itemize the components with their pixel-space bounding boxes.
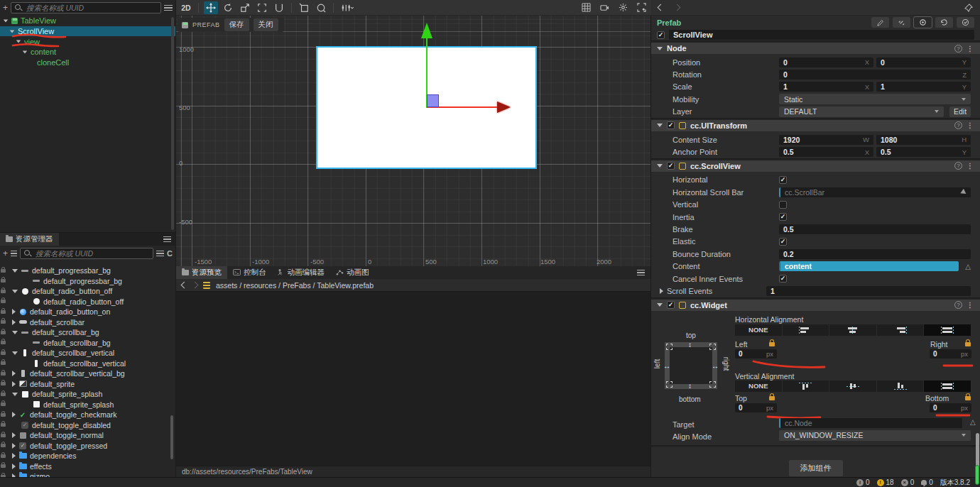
collapse-icon[interactable] xyxy=(4,19,8,22)
expand-icon[interactable] xyxy=(660,288,663,294)
scrollview-section-header[interactable]: cc.ScrollView ?⋮ xyxy=(651,160,980,173)
inertia-checkbox[interactable] xyxy=(779,213,787,221)
section-menu-icon[interactable]: ⋮ xyxy=(967,121,974,129)
tab-动画编辑器[interactable]: 动画编辑器 xyxy=(272,266,331,279)
asset-item-default_scrollbar_bg[interactable]: default_scrollbar_bg xyxy=(0,338,175,349)
asset-item-default_sprite_splash[interactable]: default_sprite_splash xyxy=(0,400,175,410)
asset-item-default_sprite[interactable]: default_sprite xyxy=(0,379,175,390)
expand-icon[interactable] xyxy=(12,432,16,438)
tree-node-scrollview[interactable]: ScrollView xyxy=(0,26,175,37)
scale-y-field[interactable]: 1Y xyxy=(876,82,971,92)
collapse-icon[interactable] xyxy=(12,393,18,396)
move-tool-button[interactable] xyxy=(204,1,218,14)
rotation-z-field[interactable]: 0Z xyxy=(779,70,971,80)
content-size-h-field[interactable]: 1080H xyxy=(876,135,971,145)
hierarchy-scrollbar[interactable] xyxy=(171,17,174,230)
asset-item-default_scrollbar_bg[interactable]: default_scrollbar_bg xyxy=(0,327,175,338)
expand-icon[interactable] xyxy=(12,412,16,417)
bottom-offset-field[interactable]: 0px xyxy=(930,403,971,412)
create-node-icon[interactable]: + xyxy=(3,3,8,13)
help-icon[interactable]: ? xyxy=(954,162,962,170)
assets-panel-menu-icon[interactable] xyxy=(163,236,171,242)
prefab-save-button[interactable]: 保存 xyxy=(224,18,249,31)
elastic-checkbox[interactable] xyxy=(779,238,787,246)
help-icon[interactable]: ? xyxy=(954,301,962,309)
expand-icon[interactable] xyxy=(12,309,16,314)
rect-tool-button[interactable] xyxy=(255,1,269,14)
collapse-icon[interactable] xyxy=(23,50,27,53)
layer-dropdown[interactable]: DEFAULT xyxy=(779,106,944,117)
refresh-icon[interactable]: C xyxy=(167,249,173,258)
asset-item-default_scrollbar_vertical_bg[interactable]: default_scrollbar_vertical_bg xyxy=(0,368,175,379)
mobility-dropdown[interactable]: Static xyxy=(779,94,971,104)
anchor-x-field[interactable]: 0.5X xyxy=(779,147,873,157)
tab-动画图[interactable]: 动画图 xyxy=(330,266,375,279)
align-h-left-button[interactable] xyxy=(783,324,829,336)
coordinate-toggle-button[interactable] xyxy=(314,1,328,14)
ui-gizmo-tool-button[interactable] xyxy=(272,1,286,14)
widget-enabled-checkbox[interactable] xyxy=(667,301,675,309)
node-section-header[interactable]: Node ? ⋮ xyxy=(651,43,980,55)
asset-item-default_scrollbar[interactable]: default_scrollbar xyxy=(0,317,175,328)
asset-item-default_radio_button_off[interactable]: default_radio_button_off xyxy=(0,286,175,297)
gizmo-xy-plane-handle[interactable] xyxy=(427,94,439,107)
asset-item-default_sprite_splash[interactable]: default_sprite_splash xyxy=(0,389,175,400)
widget-section-header[interactable]: cc.Widget ?⋮ xyxy=(651,300,980,312)
create-asset-icon[interactable]: + xyxy=(3,248,8,258)
lock-icon[interactable] xyxy=(769,396,775,400)
asset-item-default_progressbar_bg[interactable]: default_progressbar_bg xyxy=(0,266,175,276)
align-v-top-button[interactable] xyxy=(783,381,829,392)
layer-edit-button[interactable]: Edit xyxy=(949,106,971,117)
align-v-none-button[interactable]: NONE xyxy=(735,381,782,392)
error-count[interactable]: ×0 xyxy=(901,478,915,486)
assets-scrollbar[interactable] xyxy=(170,415,173,459)
node-active-checkbox[interactable] xyxy=(657,31,665,39)
grid-visibility-icon[interactable] xyxy=(579,1,593,14)
inspector-back-icon[interactable] xyxy=(658,4,665,11)
brake-field[interactable]: 0.5 xyxy=(779,224,971,234)
cancel-inner-events-checkbox[interactable] xyxy=(779,275,787,283)
mode-2d-button[interactable]: 2D xyxy=(179,1,193,14)
section-menu-icon[interactable]: ⋮ xyxy=(967,45,974,53)
tab-控制台[interactable]: 控制台 xyxy=(227,266,272,279)
section-menu-icon[interactable]: ⋮ xyxy=(967,301,974,309)
pivot-toggle-button[interactable] xyxy=(297,1,311,14)
back-icon[interactable] xyxy=(181,282,188,289)
collapse-icon[interactable] xyxy=(10,30,14,33)
align-h-none-button[interactable]: NONE xyxy=(735,324,782,336)
section-menu-icon[interactable]: ⋮ xyxy=(967,162,974,170)
align-h-stretch-button[interactable] xyxy=(924,324,971,336)
gear-icon[interactable] xyxy=(616,1,630,14)
target-field[interactable]: cc.Node xyxy=(779,418,962,428)
position-x-field[interactable]: 0X xyxy=(779,58,873,67)
tab-assets[interactable]: 资源管理器 xyxy=(0,233,59,246)
horizontal-checkbox[interactable] xyxy=(779,176,787,184)
lock-icon[interactable] xyxy=(965,396,971,400)
scene-view[interactable]: 10005000-500 -1500-1000-5000500100015002… xyxy=(176,16,651,266)
right-offset-field[interactable]: 0px xyxy=(930,349,971,359)
uitransform-enabled-checkbox[interactable] xyxy=(667,121,675,129)
prefab-close-button[interactable]: 关闭 xyxy=(254,18,278,31)
collapse-icon[interactable] xyxy=(657,47,663,50)
info-count[interactable]: i0 xyxy=(856,478,870,486)
asset-item-effects[interactable]: effects xyxy=(0,461,175,472)
capture-frame-icon[interactable] xyxy=(634,1,648,14)
content-size-w-field[interactable]: 1920W xyxy=(779,135,873,145)
pin-icon[interactable] xyxy=(964,4,973,12)
anchor-y-field[interactable]: 0.5Y xyxy=(876,147,971,157)
collapse-icon[interactable] xyxy=(12,331,18,334)
expand-icon[interactable] xyxy=(12,319,16,325)
camera-settings-icon[interactable] xyxy=(597,1,611,14)
prefab-apply-button[interactable] xyxy=(957,17,974,28)
tree-node-tableview[interactable]: TableView xyxy=(0,16,175,26)
bounce-duration-field[interactable]: 0.2 xyxy=(779,249,971,259)
assets-search-input[interactable] xyxy=(34,248,149,258)
prefab-locate-button[interactable] xyxy=(914,17,932,28)
add-component-button[interactable]: 添加组件 xyxy=(789,460,843,476)
align-v-stretch-button[interactable] xyxy=(924,381,971,392)
prefab-unlink-button[interactable] xyxy=(893,17,910,28)
collapse-icon[interactable] xyxy=(12,351,18,355)
tree-node-view[interactable]: view xyxy=(0,36,175,47)
scroll-events-field[interactable]: 1 xyxy=(766,286,971,296)
uitransform-section-header[interactable]: cc.UITransform ?⋮ xyxy=(651,120,980,132)
